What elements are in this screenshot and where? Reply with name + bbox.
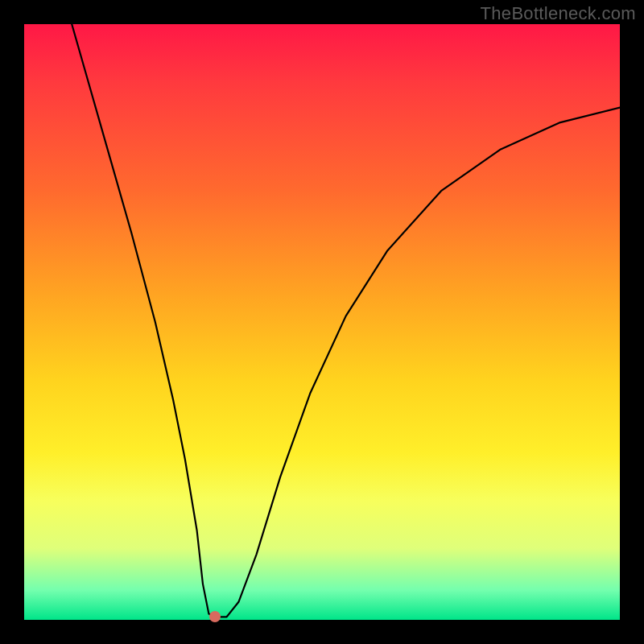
chart-frame: TheBottleneck.com [0,0,644,644]
optimum-marker [209,611,221,622]
plot-area [24,24,620,620]
watermark-text: TheBottleneck.com [481,3,636,24]
bottleneck-curve [24,24,620,620]
